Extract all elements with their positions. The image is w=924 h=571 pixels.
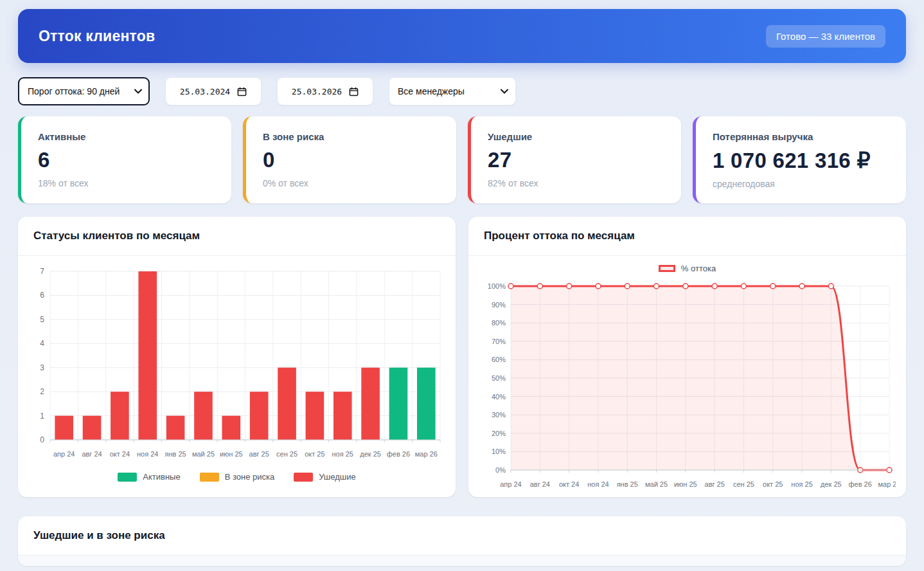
svg-text:ноя 25: ноя 25 (791, 480, 812, 488)
svg-text:0%: 0% (495, 466, 506, 474)
svg-text:сен 25: сен 25 (733, 480, 754, 488)
kpi-card-lost-revenue: Потерянная выручка 1 070 621 316 ₽ средн… (693, 116, 906, 203)
kpi-card-at-risk: В зоне риска 0 0% от всех (243, 116, 456, 203)
churned-list-card: Ушедшие и в зоне риска (18, 516, 906, 566)
svg-text:фев 26: фев 26 (849, 480, 872, 488)
calendar-icon[interactable] (349, 87, 359, 96)
svg-text:70%: 70% (492, 338, 506, 345)
svg-text:80%: 80% (492, 319, 506, 327)
svg-text:30%: 30% (492, 411, 506, 419)
svg-text:40%: 40% (492, 393, 506, 401)
kpi-value: 6 (38, 148, 215, 172)
legend-item[interactable]: Ушедшие (294, 472, 356, 482)
svg-text:окт 24: окт 24 (110, 450, 130, 458)
svg-text:янв 25: янв 25 (617, 480, 638, 488)
svg-text:дек 25: дек 25 (821, 480, 842, 488)
kpi-subtext: 0% от всех (263, 178, 440, 188)
svg-text:7: 7 (40, 267, 44, 276)
kpi-subtext: среднегодовая (713, 179, 889, 189)
page-header: Отток клиентов Готово — 33 клиентов (18, 9, 906, 63)
legend-swatch (118, 473, 137, 482)
kpi-label: Потерянная выручка (713, 131, 889, 142)
line-legend-label: % оттока (681, 264, 716, 273)
svg-text:100%: 100% (488, 282, 506, 290)
legend-item[interactable]: В зоне риска (200, 472, 275, 482)
svg-text:май 25: май 25 (645, 480, 668, 488)
svg-text:апр 24: апр 24 (500, 480, 521, 488)
date-to-value: 25.03.2026 (292, 87, 342, 96)
svg-text:авг 24: авг 24 (530, 480, 550, 488)
svg-text:сен 25: сен 25 (276, 450, 298, 458)
svg-text:50%: 50% (492, 374, 506, 382)
svg-text:1: 1 (40, 412, 44, 421)
kpi-subtext: 82% от всех (488, 178, 664, 188)
svg-text:окт 24: окт 24 (559, 480, 579, 488)
churn-chart-card: Процент оттока по месяцам % оттока 0%10%… (468, 217, 906, 497)
calendar-icon[interactable] (237, 87, 247, 96)
kpi-label: Ушедшие (488, 131, 664, 142)
date-from-input[interactable]: 25.03.2024 (165, 77, 262, 105)
svg-text:60%: 60% (492, 356, 506, 363)
status-badge: Готово — 33 клиентов (766, 25, 885, 48)
kpi-label: Активные (38, 131, 215, 142)
svg-text:авг 25: авг 25 (705, 480, 725, 488)
svg-text:мар 26: мар 26 (415, 450, 438, 458)
charts-row: Статусы клиентов по месяцам 01234567апр … (18, 217, 906, 497)
date-from-value: 25.03.2024 (180, 87, 230, 96)
kpi-card-active: Активные 6 18% от всех (18, 116, 231, 203)
line-legend-swatch (659, 265, 675, 272)
svg-text:90%: 90% (492, 301, 506, 309)
churned-list-title: Ушедшие и в зоне риска (18, 516, 906, 556)
svg-text:авг 25: авг 25 (249, 450, 269, 458)
svg-text:авг 24: авг 24 (82, 450, 102, 458)
page: Отток клиентов Готово — 33 клиентов Поро… (0, 0, 924, 566)
svg-text:20%: 20% (492, 430, 506, 437)
kpi-card-churned: Ушедшие 27 82% от всех (468, 116, 681, 203)
kpi-cards: Активные 6 18% от всех В зоне риска 0 0%… (18, 116, 906, 203)
svg-text:6: 6 (40, 291, 44, 300)
statuses-chart-card: Статусы клиентов по месяцам 01234567апр … (18, 217, 456, 497)
svg-text:апр 24: апр 24 (53, 450, 75, 458)
svg-text:5: 5 (40, 315, 44, 324)
svg-text:ноя 24: ноя 24 (137, 450, 158, 458)
bar-legend: АктивныеВ зоне рискаУшедшие (18, 467, 456, 492)
kpi-value: 0 (263, 148, 440, 172)
line-legend: % оттока (468, 256, 906, 273)
svg-text:дек 25: дек 25 (360, 450, 381, 458)
svg-text:4: 4 (40, 339, 44, 348)
svg-text:июн 25: июн 25 (674, 480, 697, 488)
svg-text:3: 3 (40, 363, 44, 372)
kpi-label: В зоне риска (263, 131, 440, 142)
filter-bar: Порог оттока: 90 дней 25.03.2024 25.03.2… (18, 77, 906, 105)
svg-text:2: 2 (40, 387, 44, 396)
legend-label: В зоне риска (225, 472, 275, 482)
churn-threshold-select[interactable]: Порог оттока: 90 дней (18, 77, 150, 105)
legend-label: Ушедшие (319, 472, 356, 482)
table-header-strip (18, 556, 906, 566)
svg-text:окт 25: окт 25 (763, 480, 783, 488)
legend-item[interactable]: Активные (118, 472, 180, 482)
legend-label: Активные (143, 472, 180, 482)
statuses-chart-title: Статусы клиентов по месяцам (18, 217, 456, 256)
svg-text:фев 26: фев 26 (387, 450, 410, 458)
svg-text:0: 0 (40, 435, 44, 444)
svg-text:мар 26: мар 26 (878, 480, 896, 488)
svg-text:ноя 25: ноя 25 (332, 450, 353, 458)
kpi-value: 27 (488, 148, 664, 172)
manager-select[interactable]: Все менеджеры (389, 77, 516, 105)
svg-text:июн 25: июн 25 (220, 450, 243, 458)
svg-text:янв 25: янв 25 (165, 450, 186, 458)
churn-chart: 0%10%20%30%40%50%60%70%80%90%100%апр 24а… (468, 273, 906, 497)
legend-swatch (294, 473, 313, 482)
churn-chart-title: Процент оттока по месяцам (468, 217, 906, 256)
svg-text:окт 25: окт 25 (305, 450, 324, 458)
svg-text:10%: 10% (492, 448, 506, 455)
svg-text:май 25: май 25 (192, 450, 215, 458)
kpi-subtext: 18% от всех (38, 178, 215, 188)
svg-text:ноя 24: ноя 24 (587, 480, 609, 488)
kpi-value: 1 070 621 316 ₽ (713, 148, 889, 173)
page-title: Отток клиентов (39, 28, 155, 45)
date-to-input[interactable]: 25.03.2026 (277, 77, 373, 105)
churn-threshold-select-wrap: Порог оттока: 90 дней (18, 77, 150, 105)
legend-swatch (200, 473, 219, 482)
